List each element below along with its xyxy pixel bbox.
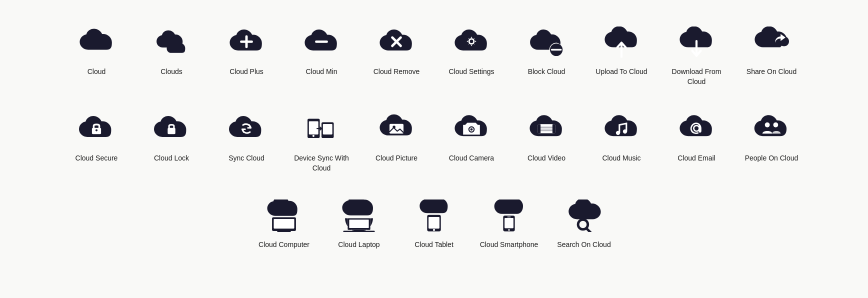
cloud-music-label: Cloud Music [602, 154, 640, 164]
icon-item-cloud-picture[interactable]: Cloud Picture [359, 102, 434, 178]
share-cloud-icon [752, 25, 792, 60]
icon-item-cloud-email[interactable]: Cloud Email [659, 102, 734, 178]
icon-item-cloud-lock[interactable]: Cloud Lock [134, 102, 209, 178]
sync-cloud-icon [226, 112, 266, 146]
cloud-picture-icon [376, 112, 416, 146]
icon-item-cloud-camera[interactable]: Cloud Camera [434, 102, 509, 178]
cloud-smartphone-label: Cloud Smartphone [480, 240, 538, 250]
icon-item-cloud-smartphone[interactable]: Cloud Smartphone [472, 188, 546, 255]
icon-item-cloud-video[interactable]: Cloud Video [509, 102, 584, 178]
people-cloud-icon [752, 112, 792, 146]
upload-cloud-label: Upload To Cloud [596, 67, 647, 77]
icon-item-cloud-settings[interactable]: Cloud Settings [434, 15, 509, 92]
icon-item-cloud-music[interactable]: Cloud Music [584, 102, 659, 178]
icon-item-cloud-computer[interactable]: Cloud Computer [246, 188, 322, 255]
icon-item-cloud[interactable]: Cloud [59, 15, 134, 92]
cloud-smartphone-icon [489, 198, 529, 233]
cloud-email-label: Cloud Email [678, 154, 715, 164]
cloud-video-icon [526, 112, 566, 146]
icon-row-1: Cloud Clouds Cloud Plus Cloud Min Cloud … [10, 15, 858, 92]
cloud-label: Cloud [88, 67, 106, 77]
cloud-settings-icon [452, 25, 492, 60]
cloud-min-label: Cloud Min [306, 67, 337, 77]
icon-item-download-cloud[interactable]: Download From Cloud [659, 15, 734, 92]
cloud-video-label: Cloud Video [528, 154, 566, 164]
icon-item-cloud-min[interactable]: Cloud Min [284, 15, 359, 92]
icon-row-3: Cloud Computer Cloud Laptop Cloud Tablet… [10, 188, 858, 255]
upload-cloud-icon [602, 25, 642, 60]
icon-item-cloud-plus[interactable]: Cloud Plus [209, 15, 284, 92]
cloud-secure-label: Cloud Secure [76, 154, 118, 164]
icon-item-clouds[interactable]: Clouds [134, 15, 209, 92]
icon-item-block-cloud[interactable]: Block Cloud [509, 15, 584, 92]
cloud-plus-label: Cloud Plus [230, 67, 264, 77]
cloud-lock-icon [152, 112, 192, 146]
block-cloud-icon [526, 25, 566, 60]
cloud-icon [76, 25, 116, 60]
people-cloud-label: People On Cloud [745, 154, 798, 164]
cloud-camera-label: Cloud Camera [449, 154, 494, 164]
share-cloud-label: Share On Cloud [746, 67, 796, 77]
cloud-settings-label: Cloud Settings [448, 67, 494, 77]
cloud-computer-icon [264, 198, 304, 233]
clouds-label: Clouds [160, 67, 182, 77]
cloud-email-icon [676, 112, 716, 146]
cloud-remove-icon [376, 25, 416, 60]
cloud-computer-label: Cloud Computer [258, 240, 310, 250]
cloud-laptop-icon [339, 198, 379, 233]
cloud-tablet-label: Cloud Tablet [414, 240, 454, 250]
icon-item-people-cloud[interactable]: People On Cloud [734, 102, 809, 178]
search-cloud-label: Search On Cloud [557, 240, 610, 250]
icon-item-sync-cloud[interactable]: Sync Cloud [209, 102, 284, 178]
cloud-music-icon [602, 112, 642, 146]
clouds-icon [152, 25, 192, 60]
icon-item-cloud-secure[interactable]: Cloud Secure [59, 102, 134, 178]
download-cloud-label: Download From Cloud [664, 67, 729, 86]
cloud-lock-label: Cloud Lock [154, 154, 189, 164]
cloud-tablet-icon [414, 198, 454, 233]
cloud-camera-icon [452, 112, 492, 146]
icon-item-device-sync[interactable]: Device Sync With Cloud [284, 102, 359, 178]
icon-item-cloud-remove[interactable]: Cloud Remove [359, 15, 434, 92]
icon-row-2: Cloud Secure Cloud Lock Sync Cloud Devic… [10, 102, 858, 178]
device-sync-icon [302, 112, 342, 146]
icon-item-upload-cloud[interactable]: Upload To Cloud [584, 15, 659, 92]
cloud-secure-icon [76, 112, 116, 146]
cloud-remove-label: Cloud Remove [374, 67, 420, 77]
sync-cloud-label: Sync Cloud [228, 154, 264, 164]
icon-item-search-cloud[interactable]: Search On Cloud [546, 188, 622, 255]
cloud-laptop-label: Cloud Laptop [338, 240, 380, 250]
block-cloud-label: Block Cloud [528, 67, 566, 77]
cloud-plus-icon [226, 25, 266, 60]
icon-item-cloud-tablet[interactable]: Cloud Tablet [396, 188, 472, 255]
device-sync-label: Device Sync With Cloud [289, 154, 354, 173]
download-cloud-icon [676, 25, 716, 60]
icon-item-share-cloud[interactable]: Share On Cloud [734, 15, 809, 92]
cloud-picture-label: Cloud Picture [376, 154, 418, 164]
icon-item-cloud-laptop[interactable]: Cloud Laptop [322, 188, 396, 255]
icon-gallery: Cloud Clouds Cloud Plus Cloud Min Cloud … [10, 15, 858, 255]
cloud-min-icon [302, 25, 342, 60]
search-cloud-icon [564, 198, 604, 233]
